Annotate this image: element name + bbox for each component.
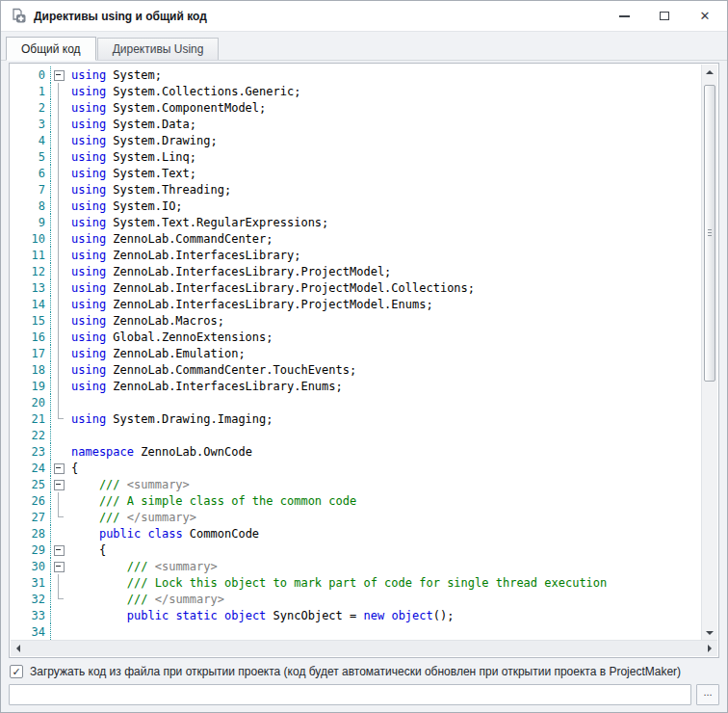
line-number: 1 xyxy=(11,83,51,99)
fold-guide xyxy=(51,443,66,460)
maximize-icon xyxy=(660,12,669,20)
checkmark-icon: ✓ xyxy=(12,667,20,677)
fold-guide xyxy=(51,230,66,247)
window-title: Директивы using и общий код xyxy=(34,10,207,23)
minimize-icon xyxy=(619,15,630,17)
fold-guide xyxy=(51,312,66,329)
scroll-left-button[interactable] xyxy=(11,641,26,656)
line-number: 34 xyxy=(11,623,51,640)
close-button[interactable]: ✕ xyxy=(690,4,719,29)
code-text: { xyxy=(66,541,106,558)
code-line: 12using ZennoLab.InterfacesLibrary.Proje… xyxy=(11,263,701,279)
fold-guide xyxy=(51,116,66,132)
code-text: using System.Drawing.Imaging; xyxy=(66,410,273,427)
line-number: 20 xyxy=(11,394,51,410)
fold-guide xyxy=(51,296,66,312)
line-number: 13 xyxy=(11,279,51,296)
code-line: 14using ZennoLab.InterfacesLibrary.Proje… xyxy=(11,296,701,312)
line-number: 12 xyxy=(11,263,51,279)
line-number: 2 xyxy=(11,99,51,116)
arrow-up-icon xyxy=(706,70,714,74)
code-line: 18using ZennoLab.CommandCenter.TouchEven… xyxy=(11,361,701,378)
code-line: 27 /// </summary> xyxy=(11,509,701,525)
code-line: 24{ xyxy=(11,460,701,476)
dialog-window: Директивы using и общий код ✕ Общий код … xyxy=(0,0,728,713)
line-number: 17 xyxy=(11,345,51,361)
code-line: 31 /// Lock this object to mark part of … xyxy=(11,574,701,591)
scroll-right-button[interactable] xyxy=(702,641,717,656)
code-text xyxy=(66,394,71,410)
code-text: using ZennoLab.InterfacesLibrary.Project… xyxy=(66,263,391,279)
app-icon xyxy=(11,8,27,24)
code-line: 0using System; xyxy=(11,66,701,83)
arrow-right-icon xyxy=(708,645,712,652)
fold-toggle-icon[interactable] xyxy=(51,476,66,492)
minimize-button[interactable] xyxy=(610,4,638,29)
fold-guide xyxy=(51,247,66,263)
arrow-down-icon xyxy=(706,631,714,635)
tab-using-directives[interactable]: Директивы Using xyxy=(97,38,220,60)
line-number: 32 xyxy=(11,591,51,607)
maximize-button[interactable] xyxy=(650,4,679,29)
fold-toggle-icon[interactable] xyxy=(51,460,66,476)
code-lines[interactable]: 0using System;1using System.Collections.… xyxy=(11,65,701,640)
code-line: 16using Global.ZennoExtensions; xyxy=(11,329,701,345)
fold-guide xyxy=(51,132,66,148)
fold-guide xyxy=(51,623,66,640)
code-text: using Global.ZennoExtensions; xyxy=(66,329,273,345)
load-from-file-label: Загружать код из файла при открытии прое… xyxy=(30,665,681,678)
vertical-scrollbar[interactable] xyxy=(701,65,717,640)
line-number: 33 xyxy=(11,607,51,623)
line-number: 15 xyxy=(11,312,51,329)
fold-guide xyxy=(51,394,66,410)
fold-guide xyxy=(51,148,66,165)
fold-guide xyxy=(51,345,66,361)
browse-button[interactable]: ... xyxy=(696,684,719,705)
scroll-down-button[interactable] xyxy=(702,625,717,640)
fold-toggle-icon[interactable] xyxy=(51,558,66,574)
line-number: 27 xyxy=(11,509,51,525)
code-line: 7using System.Threading; xyxy=(11,181,701,198)
code-text: public static object SyncObject = new ob… xyxy=(66,607,454,623)
line-number: 7 xyxy=(11,181,51,198)
fold-guide xyxy=(51,99,66,116)
file-path-input[interactable] xyxy=(9,684,691,705)
fold-toggle-icon[interactable] xyxy=(51,541,66,558)
tab-common-code[interactable]: Общий код xyxy=(6,37,96,61)
vertical-scrollbar-thumb[interactable] xyxy=(704,85,715,382)
fold-guide xyxy=(51,165,66,181)
code-text: /// Lock this object to mark part of cod… xyxy=(66,574,607,591)
horizontal-scrollbar[interactable] xyxy=(11,640,717,656)
line-number: 0 xyxy=(11,66,51,83)
line-number: 31 xyxy=(11,574,51,591)
code-text xyxy=(66,623,71,640)
fold-toggle-icon[interactable] xyxy=(51,66,66,83)
code-text: /// </summary> xyxy=(66,509,196,525)
line-number: 9 xyxy=(11,214,51,230)
tab-using-directives-label: Директивы Using xyxy=(113,42,204,56)
load-from-file-checkbox[interactable]: ✓ xyxy=(10,665,23,678)
code-text: { xyxy=(66,460,78,476)
code-text: using System.IO; xyxy=(66,198,183,214)
code-line: 30 /// <summary> xyxy=(11,558,701,574)
code-text: /// <summary> xyxy=(66,476,190,492)
line-number: 8 xyxy=(11,198,51,214)
code-text: using System.Text.RegularExpressions; xyxy=(66,214,328,230)
fold-guide xyxy=(51,279,66,296)
code-line: 3using System.Data; xyxy=(11,116,701,132)
code-line: 21using System.Drawing.Imaging; xyxy=(11,410,701,427)
code-line: 9using System.Text.RegularExpressions; xyxy=(11,214,701,230)
line-number: 14 xyxy=(11,296,51,312)
code-text: using ZennoLab.Macros; xyxy=(66,312,224,329)
scroll-up-button[interactable] xyxy=(702,65,717,79)
fold-guide xyxy=(51,427,66,443)
code-line: 29 { xyxy=(11,541,701,558)
line-number: 16 xyxy=(11,329,51,345)
code-text: using System.Data; xyxy=(66,116,196,132)
load-from-file-row: ✓ Загружать код из файла при открытии пр… xyxy=(10,665,681,678)
fold-guide xyxy=(51,361,66,378)
line-number: 22 xyxy=(11,427,51,443)
code-editor[interactable]: 0using System;1using System.Collections.… xyxy=(9,63,719,658)
code-line: 15using ZennoLab.Macros; xyxy=(11,312,701,329)
code-line: 17using ZennoLab.Emulation; xyxy=(11,345,701,361)
